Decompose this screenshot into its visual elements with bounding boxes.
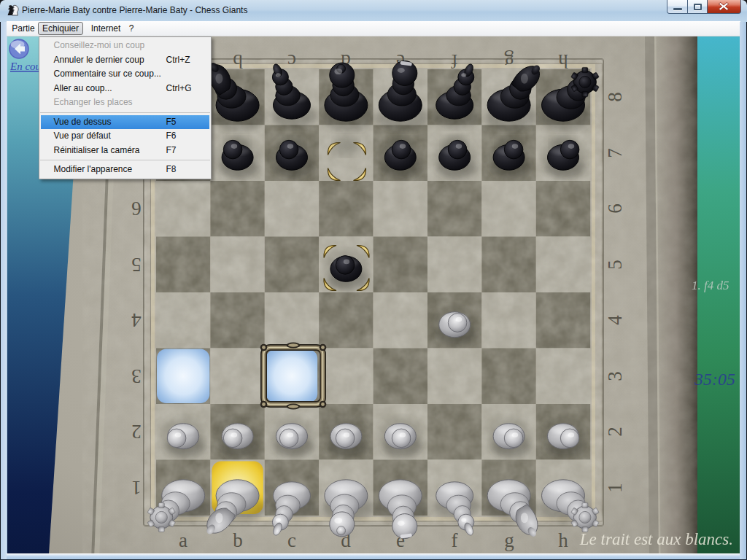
svg-text:2: 2 [131,421,142,443]
svg-text:3: 3 [131,365,142,387]
svg-text:h: h [558,50,568,72]
svg-text:c: c [287,529,296,551]
svg-text:Le trait est aux blancs.: Le trait est aux blancs. [579,530,733,548]
svg-text:b: b [233,50,243,72]
svg-text:g: g [504,50,514,72]
svg-text:5: 5 [131,254,142,276]
svg-text:6: 6 [131,198,142,219]
svg-text:1: 1 [131,477,142,499]
svg-text:3: 3 [604,371,626,381]
svg-text:f: f [452,50,458,72]
svg-text:7: 7 [604,148,626,158]
svg-text:b: b [233,529,243,551]
svg-text:5: 5 [604,260,626,270]
svg-text:2: 2 [604,427,626,437]
svg-text:h: h [558,529,568,551]
svg-text:1: 1 [604,483,626,493]
svg-text:6: 6 [604,203,626,214]
svg-text:g: g [504,529,514,551]
svg-text:a: a [179,529,187,551]
svg-text:8: 8 [604,92,626,102]
svg-text:f: f [452,529,458,551]
svg-text:c: c [287,50,296,72]
svg-text:4: 4 [604,315,626,325]
svg-text:4: 4 [131,309,142,331]
svg-text:1. f4 d5: 1. f4 d5 [692,279,729,292]
svg-text:35:05: 35:05 [694,370,735,389]
